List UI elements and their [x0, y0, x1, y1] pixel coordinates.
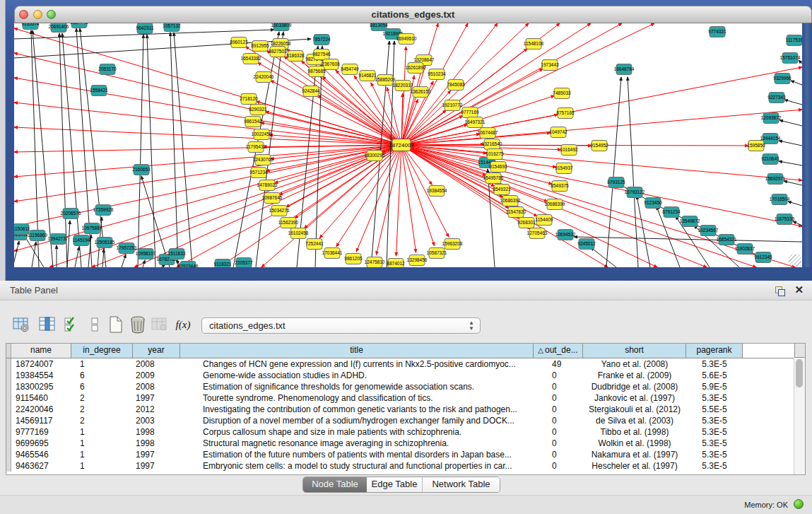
column-header-title[interactable]: title [180, 344, 534, 358]
cell-year[interactable]: 1997 [133, 392, 180, 404]
table-row[interactable]: 969969511998Structural magnetic resonanc… [6, 438, 805, 449]
cell-year[interactable]: 1997 [133, 449, 180, 460]
cell-in_degree[interactable]: 6 [71, 381, 133, 392]
cell-in_degree[interactable]: 2 [71, 415, 133, 426]
table-row[interactable]: 946362711997Embryonic stem cells: a mode… [6, 460, 805, 472]
cell-year[interactable]: 2009 [133, 370, 180, 381]
cell-short[interactable]: Franke et al. (2009) [583, 370, 686, 381]
cell-pagerank[interactable]: 5.3E-5 [686, 415, 743, 426]
cell-title[interactable]: Disruption of a novel member of a sodium… [180, 415, 534, 426]
column-header-name[interactable]: name [11, 344, 71, 358]
cell-out_degree[interactable]: 0 [534, 438, 583, 449]
cell-pagerank[interactable]: 5.3E-5 [686, 426, 743, 438]
cell-short[interactable]: Jankovic et al. (1997) [583, 392, 686, 404]
network-window-titlebar[interactable]: citations_edges.txt [14, 6, 812, 23]
cell-in_degree[interactable]: 2 [71, 392, 133, 404]
cell-name[interactable]: 9777169 [11, 426, 71, 438]
cell-in_degree[interactable]: 1 [71, 426, 133, 438]
cell-short[interactable]: Hescheler et al. (1997) [583, 460, 686, 472]
cell-out_degree[interactable]: 49 [534, 358, 583, 370]
cell-short[interactable]: Nakamura et al. (1997) [583, 449, 686, 460]
cell-pagerank[interactable]: 5.3E-5 [686, 358, 743, 370]
cell-pagerank[interactable]: 5.3E-5 [686, 392, 743, 404]
cell-name[interactable]: 9115460 [11, 392, 71, 404]
cell-out_degree[interactable]: 0 [534, 370, 583, 381]
delete-column-button[interactable] [128, 315, 148, 334]
cell-title[interactable]: Structural magnetic resonance image aver… [180, 438, 534, 449]
function-builder-button[interactable]: f(x) [173, 315, 193, 334]
cell-name[interactable]: 9463627 [11, 460, 71, 472]
table-row[interactable]: 946554611997Estimation of the future num… [6, 449, 805, 460]
column-header-out_degree[interactable]: △out_de... [534, 344, 583, 358]
column-header-year[interactable]: year [133, 344, 180, 358]
table-row[interactable]: 1456911722003Disruption of a novel membe… [6, 415, 805, 426]
cell-name[interactable]: 18724007 [11, 358, 71, 370]
cell-year[interactable]: 1998 [133, 438, 180, 449]
cell-short[interactable]: Yano et al. (2008) [583, 358, 686, 370]
cell-name[interactable]: 18300295 [11, 381, 71, 392]
cell-in_degree[interactable]: 1 [71, 358, 133, 370]
float-panel-icon[interactable] [775, 286, 785, 296]
cell-out_degree[interactable]: 0 [534, 460, 583, 472]
table-row[interactable]: 911546021997Tourette syndrome. Phenomeno… [6, 392, 805, 404]
cell-out_degree[interactable]: 0 [534, 381, 583, 392]
table-vertical-scrollbar[interactable] [794, 358, 805, 474]
cell-out_degree[interactable]: 0 [534, 426, 583, 438]
select-columns-button[interactable] [37, 315, 57, 334]
table-source-dropdown[interactable]: citations_edges.txt ▲▼ [201, 317, 481, 334]
column-header-in_degree[interactable]: in_degree [71, 344, 133, 358]
cell-name[interactable]: 19384554 [11, 370, 71, 381]
cell-short[interactable]: Dudbridge et al. (2008) [583, 381, 686, 392]
cell-short[interactable]: Wolkin et al. (1998) [583, 438, 686, 449]
cell-year[interactable]: 2012 [133, 404, 180, 415]
cell-out_degree[interactable]: 0 [534, 392, 583, 404]
cell-in_degree[interactable]: 1 [71, 460, 133, 472]
cell-pagerank[interactable]: 5.6E-5 [686, 370, 743, 381]
cell-year[interactable]: 1998 [133, 426, 180, 438]
cell-in_degree[interactable]: 1 [71, 438, 133, 449]
cell-name[interactable]: 9699695 [11, 438, 71, 449]
cell-out_degree[interactable]: 0 [534, 415, 583, 426]
node-table[interactable]: namein_degreeyeartitle△out_de...shortpag… [6, 343, 806, 475]
table-settings-button[interactable] [11, 315, 31, 334]
cell-name[interactable]: 9465546 [11, 449, 71, 460]
cell-title[interactable]: Genome-wide association studies in ADHD. [180, 370, 534, 381]
cell-year[interactable]: 2008 [133, 358, 180, 370]
table-row[interactable]: 2242004622012Investigating the contribut… [6, 404, 805, 415]
cell-short[interactable]: de Silva et al. (2003) [583, 415, 686, 426]
cell-pagerank[interactable]: 5.9E-5 [686, 381, 743, 392]
cell-year[interactable]: 2003 [133, 415, 180, 426]
cell-out_degree[interactable]: 0 [534, 404, 583, 415]
cell-pagerank[interactable]: 5.3E-5 [686, 449, 743, 460]
column-header-pagerank[interactable]: pagerank [686, 344, 743, 358]
cell-title[interactable]: Corpus callosum shape and size in male p… [180, 426, 534, 438]
cell-in_degree[interactable]: 6 [71, 370, 133, 381]
cell-pagerank[interactable]: 5.3E-5 [686, 460, 743, 472]
cell-title[interactable]: Tourette syndrome. Phenomenology and cla… [180, 392, 534, 404]
tab-node-table[interactable]: Node Table [303, 477, 367, 492]
cell-year[interactable]: 1997 [133, 460, 180, 472]
cell-short[interactable]: Stergiakouli et al. (2012) [583, 404, 686, 415]
column-header-short[interactable]: short [583, 344, 686, 358]
cell-in_degree[interactable]: 2 [71, 404, 133, 415]
cell-short[interactable]: Tibbo et al. (1998) [583, 426, 686, 438]
cell-title[interactable]: Estimation of significance thresholds fo… [180, 381, 534, 392]
cell-pagerank[interactable]: 5.5E-5 [686, 404, 743, 415]
cell-title[interactable]: Estimation of the future numbers of pati… [180, 449, 534, 460]
table-row[interactable]: 1938455462009Genome-wide association stu… [6, 370, 805, 381]
clear-selection-button[interactable] [85, 315, 105, 334]
cell-in_degree[interactable]: 1 [71, 449, 133, 460]
new-column-button[interactable] [106, 315, 126, 334]
cell-out_degree[interactable]: 0 [534, 449, 583, 460]
tab-network-table[interactable]: Network Table [422, 477, 500, 492]
cell-name[interactable]: 22420046 [11, 404, 71, 415]
cell-year[interactable]: 2008 [133, 381, 180, 392]
table-row[interactable]: 1872400712008Changes of HCN gene express… [6, 358, 805, 370]
cell-title[interactable]: Investigating the contribution of common… [180, 404, 534, 415]
column-visibility-button[interactable] [62, 315, 82, 334]
window-resize-grip[interactable] [789, 255, 801, 267]
table-row[interactable]: 977716911998Corpus callosum shape and si… [6, 426, 805, 438]
cell-title[interactable]: Embryonic stem cells: a model to study s… [180, 460, 534, 472]
cell-title[interactable]: Changes of HCN gene expression and I(f) … [180, 358, 534, 370]
table-row[interactable]: 1830029562008Estimation of significance … [6, 381, 805, 392]
